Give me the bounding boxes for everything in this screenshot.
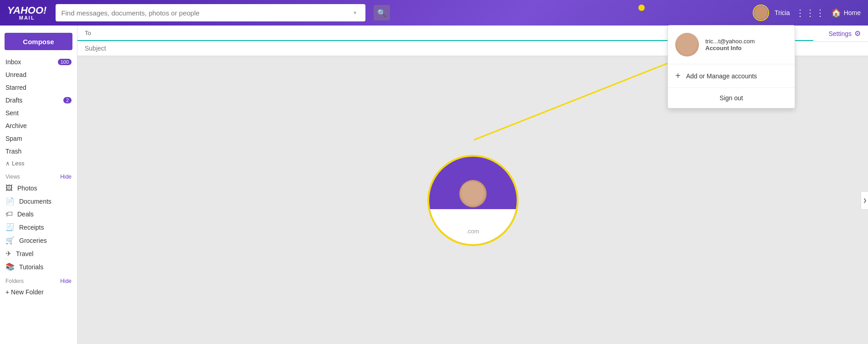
sidebar-item-sent-label: Sent	[5, 109, 72, 117]
new-folder-button[interactable]: + New Folder	[0, 286, 77, 298]
receipts-label: Receipts	[19, 224, 44, 231]
sidebar-item-tutorials[interactable]: 📚 Tutorials	[0, 260, 77, 273]
folders-hide-button[interactable]: Hide	[60, 278, 72, 284]
less-button[interactable]: ∧ Less	[0, 158, 77, 169]
tutorials-icon: 📚	[5, 262, 15, 271]
logo-mail: MAIL	[19, 15, 35, 21]
settings-button[interactable]: Settings	[828, 30, 852, 37]
plus-icon: +	[675, 71, 681, 81]
dropdown-user-info: tric...t@yahoo.com Account Info	[705, 38, 787, 51]
sidebar-item-archive-label: Archive	[5, 122, 72, 129]
dropdown-avatar	[675, 33, 699, 56]
avatar-inner	[754, 5, 768, 20]
deals-label: Deals	[17, 211, 34, 218]
receipts-icon: 🧾	[5, 223, 15, 231]
photos-icon: 🖼	[5, 184, 13, 192]
new-folder-label: + New Folder	[5, 288, 44, 296]
dropdown-email: tric...t@yahoo.com	[705, 38, 787, 45]
sidebar-item-starred-label: Starred	[5, 84, 72, 91]
search-bar: ▾	[56, 4, 365, 21]
sidebar-item-archive[interactable]: Archive	[0, 119, 77, 132]
home-label: Home	[844, 9, 861, 16]
dropdown-profile-section: tric...t@yahoo.com Account Info	[668, 26, 795, 64]
sidebar-item-trash[interactable]: Trash	[0, 145, 77, 158]
compose-button[interactable]: Compose	[5, 33, 72, 50]
sidebar-item-spam-label: Spam	[5, 135, 72, 142]
zoom-avatar	[459, 180, 487, 207]
add-manage-accounts-button[interactable]: + Add or Manage accounts	[668, 64, 795, 88]
documents-icon: 📄	[5, 197, 15, 205]
sidebar-item-inbox-label: Inbox	[5, 58, 58, 66]
collapse-button[interactable]: ❯	[861, 191, 868, 210]
home-icon: 🏠	[831, 8, 841, 18]
account-dropdown: tric...t@yahoo.com Account Info + Add or…	[668, 25, 795, 108]
sidebar-item-starred[interactable]: Starred	[0, 81, 77, 94]
header-right: Tricia ⋮⋮⋮ 🏠 Home	[753, 5, 861, 21]
zoom-bottom: .com	[429, 209, 517, 244]
search-input[interactable]	[61, 9, 354, 17]
travel-icon: ✈	[5, 249, 11, 258]
sidebar-item-sent[interactable]: Sent	[0, 107, 77, 119]
views-label: Views	[5, 174, 20, 180]
tutorials-label: Tutorials	[19, 263, 43, 271]
sidebar-item-unread[interactable]: Unread	[0, 68, 77, 81]
zoom-circle: Tricia .com	[427, 155, 519, 246]
logo-yahoo[interactable]: YAHOO!	[7, 5, 46, 15]
chevron-down-icon[interactable]: ▾	[354, 10, 356, 16]
sidebar-item-photos[interactable]: 🖼 Photos	[0, 182, 77, 195]
folders-label: Folders	[5, 278, 24, 284]
header: YAHOO! MAIL ▾ 🔍 Tricia ⋮⋮⋮ 🏠 Home	[0, 0, 868, 26]
sidebar-item-documents[interactable]: 📄 Documents	[0, 195, 77, 208]
chevron-right-icon: ❯	[863, 198, 867, 203]
chevron-up-icon: ∧	[5, 160, 10, 167]
avatar-face	[754, 6, 768, 20]
sign-out-button[interactable]: Sign out	[668, 88, 795, 108]
less-label: Less	[12, 160, 24, 167]
zoom-face	[460, 181, 485, 206]
photos-label: Photos	[17, 185, 37, 192]
folders-section-header: Folders Hide	[0, 273, 77, 286]
logo: YAHOO! MAIL	[7, 5, 46, 21]
sidebar-item-groceries[interactable]: 🛒 Groceries	[0, 234, 77, 247]
drafts-badge: 2	[63, 97, 72, 103]
deals-icon: 🏷	[5, 210, 13, 218]
zoom-email-partial: .com	[466, 228, 479, 235]
avatar[interactable]	[753, 5, 769, 21]
views-hide-button[interactable]: Hide	[60, 174, 72, 180]
dropdown-account-info-label[interactable]: Account Info	[705, 45, 787, 51]
user-name[interactable]: Tricia	[775, 9, 790, 16]
sidebar-item-drafts-label: Drafts	[5, 97, 63, 104]
to-label: To	[85, 30, 98, 36]
groceries-label: Groceries	[19, 237, 47, 244]
sidebar-item-unread-label: Unread	[5, 71, 72, 78]
sidebar-item-drafts[interactable]: Drafts 2	[0, 94, 77, 107]
yellow-dot-indicator	[638, 5, 645, 11]
sidebar-item-trash-label: Trash	[5, 148, 72, 155]
sidebar: Compose Inbox 100 Unread Starred Drafts …	[0, 26, 77, 344]
documents-label: Documents	[19, 198, 51, 205]
sidebar-item-receipts[interactable]: 🧾 Receipts	[0, 221, 77, 234]
settings-gear-icon[interactable]: ⚙	[854, 29, 861, 38]
sidebar-item-inbox[interactable]: Inbox 100	[0, 56, 77, 68]
inbox-badge: 100	[58, 59, 72, 65]
apps-icon[interactable]: ⋮⋮⋮	[796, 7, 826, 18]
add-accounts-label: Add or Manage accounts	[686, 72, 757, 80]
home-button[interactable]: 🏠 Home	[831, 8, 861, 18]
settings-area: Settings ⚙	[813, 26, 868, 42]
search-button[interactable]: 🔍	[374, 5, 390, 21]
dropdown-avatar-face	[675, 33, 699, 56]
sidebar-item-travel[interactable]: ✈ Travel	[0, 247, 77, 260]
svg-line-0	[474, 59, 679, 140]
groceries-icon: 🛒	[5, 236, 15, 245]
views-section-header: Views Hide	[0, 169, 77, 182]
sidebar-item-spam[interactable]: Spam	[0, 132, 77, 145]
travel-label: Travel	[16, 250, 33, 257]
sidebar-item-deals[interactable]: 🏷 Deals	[0, 208, 77, 221]
